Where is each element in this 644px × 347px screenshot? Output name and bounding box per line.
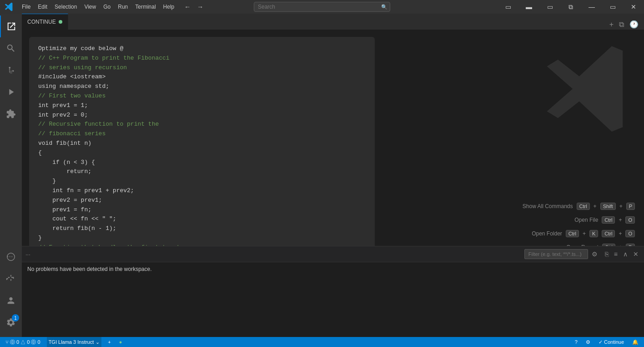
right-panel: Show All Commands Ctrl + Shift + P Open … bbox=[517, 30, 644, 246]
menu-edit[interactable]: Edit bbox=[34, 0, 51, 14]
shortcut-key-r: R bbox=[626, 244, 635, 246]
maximize-button[interactable]: ▭ bbox=[602, 0, 623, 14]
activity-settings[interactable]: 1 bbox=[0, 311, 22, 333]
activity-bar-bottom: 1 bbox=[0, 246, 22, 337]
window-controls: ▭ ▬ ▭ ⧉ — ▭ ✕ bbox=[498, 0, 644, 14]
menu-terminal[interactable]: Terminal bbox=[131, 0, 159, 14]
shortcut-plus-6: + bbox=[619, 244, 622, 246]
layout-panel-button[interactable]: ▬ bbox=[518, 0, 539, 14]
panel-collapse-all-button[interactable]: ≡ bbox=[612, 250, 619, 259]
shortcut-plus-2: + bbox=[619, 203, 623, 209]
bottom-tab-more[interactable]: ··· bbox=[25, 251, 30, 258]
menu-file[interactable]: File bbox=[18, 0, 34, 14]
code-editor[interactable]: Optimize my code below @ // C++ Program … bbox=[29, 37, 375, 246]
activity-docker[interactable] bbox=[0, 268, 22, 290]
filter-area: ⚙ bbox=[524, 249, 599, 259]
continue-tab[interactable]: CONTINUE bbox=[22, 14, 68, 30]
add-icon: + bbox=[108, 339, 111, 345]
menu-help[interactable]: Help bbox=[160, 0, 178, 14]
editor-history-button[interactable]: 🕐 bbox=[628, 19, 640, 30]
vscode-watermark bbox=[544, 43, 635, 134]
main-area: 1 CONTINUE + ⧉ 🕐 Optimize my code below … bbox=[0, 14, 644, 337]
bottom-panel-header: ··· ⚙ ⎘ ≡ ∧ ✕ bbox=[22, 246, 644, 262]
git-status[interactable]: ⑂ ⓪ 0 △ 0 ⓪ 0 bbox=[4, 337, 42, 347]
git-branch-label: ⓪ 0 △ 0 ⓪ 0 bbox=[10, 339, 40, 346]
help-icon: ? bbox=[575, 339, 578, 345]
activity-explorer[interactable] bbox=[0, 15, 22, 37]
activity-source-control[interactable] bbox=[0, 59, 22, 81]
shortcut-open-file: Open File Ctrl + O bbox=[517, 216, 635, 224]
notification-badge: 1 bbox=[12, 314, 19, 321]
activity-account[interactable] bbox=[0, 290, 22, 311]
shortcut-key-ctrl-4: Ctrl bbox=[602, 230, 615, 237]
settings-status-button[interactable]: ⚙ bbox=[584, 337, 592, 347]
activity-search[interactable] bbox=[0, 37, 22, 59]
search-input[interactable] bbox=[254, 2, 390, 12]
shortcut-plus-1: + bbox=[594, 203, 597, 209]
help-button[interactable]: ? bbox=[573, 337, 579, 347]
shortcut-plus-5: + bbox=[619, 230, 622, 237]
split-editor-button[interactable]: ⧉ bbox=[617, 20, 626, 30]
continue-status[interactable]: ✓ Continue bbox=[597, 337, 626, 347]
dot-indicator[interactable]: ● bbox=[117, 337, 124, 347]
code-line-21: } bbox=[38, 234, 366, 243]
bottom-panel-content: No problems have been detected in the wo… bbox=[22, 262, 644, 337]
model-selector[interactable]: TGI Llama 3 Instruct ⌄ bbox=[47, 337, 102, 347]
shortcut-plus-3: + bbox=[619, 217, 622, 223]
filter-options-button[interactable]: ⚙ bbox=[590, 250, 599, 259]
layout-grid-button[interactable]: ⧉ bbox=[560, 0, 581, 14]
status-bar: ⑂ ⓪ 0 △ 0 ⓪ 0 TGI Llama 3 Instruct ⌄ + ●… bbox=[0, 337, 644, 347]
menu-go[interactable]: Go bbox=[100, 0, 114, 14]
bell-button[interactable]: 🔔 bbox=[630, 337, 640, 347]
menu-selection[interactable]: Selection bbox=[51, 0, 80, 14]
code-line-20: return fib(n - 1); bbox=[38, 224, 366, 234]
code-line-3: // series using recursion bbox=[38, 63, 366, 73]
code-panel[interactable]: Optimize my code below @ // C++ Program … bbox=[22, 30, 517, 246]
activity-extensions[interactable] bbox=[0, 103, 22, 125]
panel-close-button[interactable]: ✕ bbox=[631, 250, 640, 259]
code-line-7: int prev1 = 1; bbox=[38, 101, 366, 111]
shortcut-plus-4: + bbox=[583, 230, 586, 237]
status-left: ⑂ ⓪ 0 △ 0 ⓪ 0 TGI Llama 3 Instruct ⌄ + ● bbox=[4, 337, 124, 347]
nav-back-button[interactable]: ← bbox=[181, 2, 193, 11]
code-line-10: // fibonacci series bbox=[38, 129, 366, 139]
filter-input[interactable] bbox=[524, 249, 588, 259]
activity-remote[interactable] bbox=[0, 246, 22, 268]
code-line-4: #include <iostream> bbox=[38, 72, 366, 82]
activity-bar: 1 bbox=[0, 14, 22, 337]
panel-copy-button[interactable]: ⎘ bbox=[603, 250, 610, 259]
git-branch-icon: ⑂ bbox=[5, 339, 9, 345]
layout-sidebar-button[interactable]: ▭ bbox=[498, 0, 518, 14]
shortcut-key-ctrl-2: Ctrl bbox=[602, 216, 615, 224]
new-editor-button[interactable]: + bbox=[608, 20, 615, 30]
shortcut-label-show-all: Show All Commands bbox=[523, 203, 573, 209]
add-model-button[interactable]: + bbox=[106, 337, 112, 347]
shortcut-key-ctrl-5: Ctrl bbox=[602, 244, 615, 246]
editor-area: CONTINUE + ⧉ 🕐 Optimize my code below @ … bbox=[22, 14, 644, 337]
nav-forward-button[interactable]: → bbox=[194, 2, 206, 11]
code-line-18: prev1 = fn; bbox=[38, 205, 366, 215]
close-button[interactable]: ✕ bbox=[623, 0, 644, 14]
tab-modified-dot bbox=[59, 20, 62, 24]
minimize-button[interactable]: — bbox=[581, 0, 602, 14]
activity-run-debug[interactable] bbox=[0, 81, 22, 103]
tab-bar-actions: + ⧉ 🕐 bbox=[608, 19, 644, 30]
svg-point-0 bbox=[7, 253, 15, 261]
shortcut-open-folder: Open Folder Ctrl + K Ctrl + O bbox=[517, 230, 635, 237]
shortcut-key-shift: Shift bbox=[600, 203, 616, 210]
code-line-16: int fn = prev1 + prev2; bbox=[38, 186, 366, 196]
title-bar: File Edit Selection View Go Run Terminal… bbox=[0, 0, 644, 14]
navigation-buttons: ← → bbox=[181, 2, 206, 11]
menu-view[interactable]: View bbox=[80, 0, 100, 14]
shortcut-key-ctrl-1: Ctrl bbox=[577, 203, 590, 210]
tab-bar: CONTINUE + ⧉ 🕐 bbox=[22, 14, 644, 30]
shortcut-key-o: O bbox=[625, 216, 635, 224]
layout-split-button[interactable]: ▭ bbox=[539, 0, 560, 14]
model-label: TGI Llama 3 Instruct bbox=[49, 339, 94, 345]
code-line-2: // C++ Program to print the Fibonacci bbox=[38, 54, 366, 63]
code-line-11: void fib(int n) bbox=[38, 139, 366, 148]
menu-run[interactable]: Run bbox=[114, 0, 131, 14]
panel-expand-button[interactable]: ∧ bbox=[621, 250, 629, 259]
bell-icon: 🔔 bbox=[632, 339, 639, 345]
settings-icon: ⚙ bbox=[586, 339, 590, 345]
